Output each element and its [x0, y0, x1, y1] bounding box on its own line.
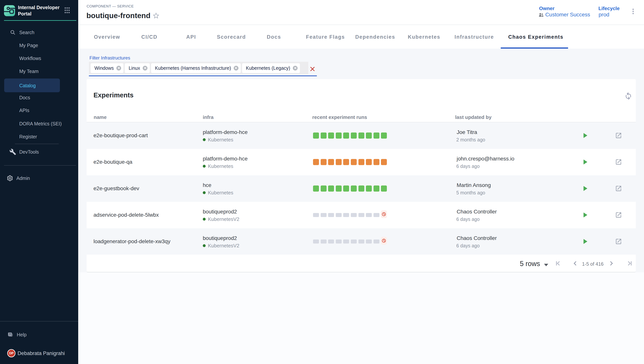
svg-text:?: ? — [9, 333, 11, 336]
